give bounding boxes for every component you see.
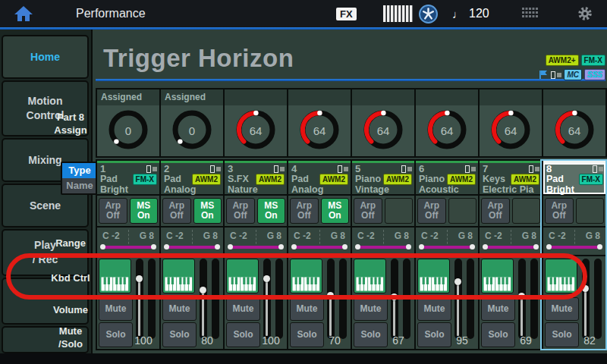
fader-handle[interactable] [582, 285, 589, 292]
mute-button[interactable]: Mute [417, 297, 451, 321]
mute-button[interactable]: Mute [545, 297, 579, 321]
mute-button[interactable]: Mute [99, 297, 133, 321]
home-button[interactable] [14, 0, 33, 27]
arp-on-off-button[interactable]: ArpOff [162, 198, 191, 224]
kbd-ctrl-button[interactable] [481, 259, 514, 293]
part-header[interactable]: 2 Pad AWM2 Analog [161, 161, 223, 196]
fader-handle[interactable] [454, 278, 461, 285]
note-range-control[interactable]: C -2 G 8 [352, 228, 414, 256]
mute-button[interactable]: Mute [226, 297, 260, 321]
volume-value: 69 [510, 334, 542, 347]
note-range-control[interactable]: C -2 G 8 [161, 228, 223, 256]
fader-handle[interactable] [518, 293, 525, 300]
mute-button[interactable]: Mute [162, 297, 197, 321]
kbd-ctrl-button[interactable] [99, 259, 131, 293]
assign-knob[interactable]: 64 [225, 105, 287, 156]
range-bar[interactable] [293, 246, 346, 249]
type-button[interactable]: Type [62, 163, 97, 178]
note-range-control[interactable]: C -2 G 8 [543, 228, 605, 256]
arp-on-off-button[interactable]: ArpOff [99, 198, 127, 224]
kbd-ctrl-button[interactable] [417, 259, 450, 293]
knob-value: 64 [313, 124, 326, 137]
part-header[interactable]: 6 Piano AWM2 Acoustic [416, 161, 478, 196]
keyboard-icon[interactable] [382, 0, 414, 27]
type-name-toggle[interactable]: Type Name [61, 162, 99, 195]
arp-on-off-button[interactable]: ArpOff [226, 198, 255, 224]
tempo-display[interactable]: ♩ 120 [452, 0, 489, 27]
note-range-control[interactable]: C -2 G 8 [288, 228, 351, 256]
fader-handle[interactable] [200, 287, 206, 293]
sidebar-item-home[interactable]: Home [2, 35, 89, 79]
part-header[interactable]: 1 Pad FM-X Bright [97, 161, 159, 196]
engine-badge: AWM2 [319, 174, 348, 185]
kbd-ctrl-button[interactable] [354, 259, 386, 293]
performance-name[interactable]: Trigger Horizon [103, 44, 294, 73]
motion-seq-button[interactable]: MSOn [321, 198, 350, 224]
part-buttons: ArpOff MSOn [97, 196, 159, 228]
note-range-control[interactable]: C -2 G 8 [97, 228, 159, 256]
note-range-control[interactable]: C -2 G 8 [416, 228, 478, 256]
kbd-ctrl-button[interactable] [545, 259, 577, 293]
motion-seq-button[interactable]: MSOn [257, 198, 286, 224]
range-high-note: G 8 [203, 231, 218, 241]
part-header[interactable]: 8 Pad FM-X Bright [543, 161, 605, 196]
assign-knob[interactable]: 0 [161, 105, 223, 156]
volume-fader[interactable] [327, 259, 335, 339]
assign-knob[interactable]: 64 [416, 105, 478, 156]
kbd-ctrl-button[interactable] [162, 259, 195, 293]
assign-knob[interactable]: 64 [288, 105, 351, 156]
motion-seq-button[interactable]: MSOn [130, 198, 159, 224]
part-header[interactable]: 5 Piano AWM2 Vintage [352, 161, 414, 196]
motion-seq-button[interactable]: MSOn [193, 198, 222, 224]
note-range-control[interactable]: C -2 G 8 [480, 228, 542, 256]
favorite-flag-icon[interactable] [539, 70, 549, 80]
part-header[interactable]: 4 Pad AWM2 Analog [288, 161, 351, 196]
range-bar[interactable] [357, 246, 410, 249]
range-bar[interactable] [229, 246, 282, 249]
arp-on-off-button[interactable]: ArpOff [545, 198, 574, 224]
assign-knob[interactable]: 64 [352, 105, 414, 156]
kbd-ctrl-button[interactable] [226, 259, 259, 293]
volume-value: 95 [446, 334, 478, 347]
assign-knob[interactable]: 64 [543, 105, 605, 156]
level-meter [212, 259, 219, 339]
part-header[interactable]: 7 Keys AWM2 Electric Pia [480, 161, 542, 196]
utility-gear-icon[interactable] [577, 0, 593, 27]
volume-fader[interactable] [263, 259, 271, 339]
volume-fader[interactable] [136, 259, 143, 339]
arp-on-off-button[interactable]: ArpOff [417, 198, 446, 224]
volume-fader[interactable] [391, 259, 398, 339]
volume-fader[interactable] [454, 259, 462, 339]
range-bar[interactable] [102, 246, 155, 249]
kbd-ctrl-button[interactable] [290, 259, 322, 293]
volume-value: 100 [127, 334, 159, 347]
volume-fader[interactable] [518, 259, 526, 339]
arp-on-off-button[interactable]: ArpOff [290, 198, 319, 224]
volume-fader[interactable] [582, 259, 590, 339]
fader-handle[interactable] [136, 275, 143, 282]
fader-track-fill [584, 291, 587, 336]
fader-handle[interactable] [391, 293, 398, 300]
knob-value: 64 [441, 124, 454, 137]
range-bar[interactable] [165, 246, 219, 249]
volume-fader[interactable] [200, 259, 207, 339]
mute-button[interactable]: Mute [481, 297, 515, 321]
range-bar[interactable] [420, 246, 473, 249]
range-high-note: G 8 [267, 231, 281, 241]
assign-knob[interactable]: 64 [480, 105, 542, 156]
fader-handle[interactable] [327, 292, 334, 299]
motion-control-icon[interactable] [418, 0, 439, 27]
note-range-control[interactable]: C -2 G 8 [225, 228, 287, 256]
arp-on-off-button[interactable]: ArpOff [354, 198, 382, 224]
pads-grid-icon[interactable] [522, 0, 539, 27]
mute-button[interactable]: Mute [290, 297, 324, 321]
assign-knob[interactable]: 0 [97, 105, 159, 156]
fader-handle[interactable] [263, 275, 270, 282]
arp-on-off-button[interactable]: ArpOff [481, 198, 510, 224]
name-button[interactable]: Name [62, 178, 97, 193]
mute-button[interactable]: Mute [354, 297, 388, 321]
part-header[interactable]: 3 S.FX AWM2 Nature [225, 161, 287, 196]
range-bar[interactable] [484, 246, 537, 249]
range-bar[interactable] [548, 246, 601, 249]
fx-indicator[interactable]: FX [336, 0, 357, 27]
